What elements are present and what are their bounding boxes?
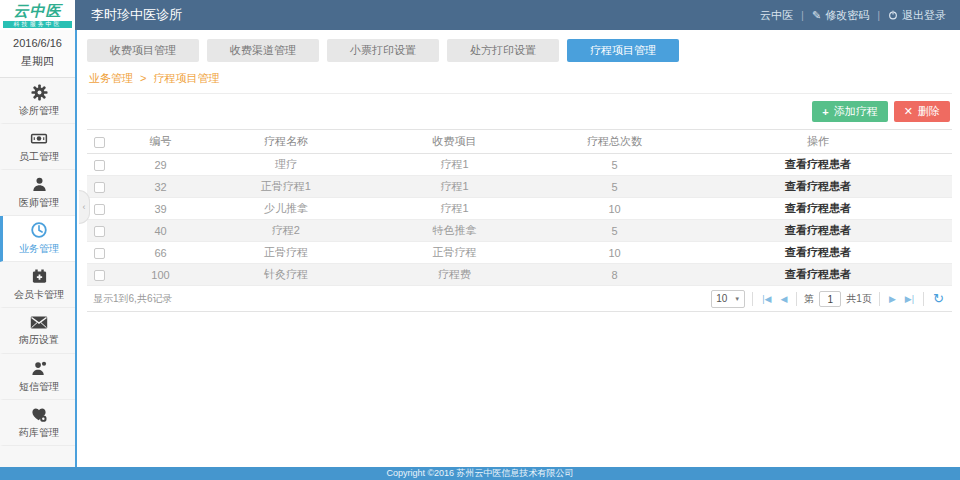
table-row: 32 正骨疗程1 疗程1 5 查看疗程患者: [87, 176, 952, 198]
row-checkbox[interactable]: [94, 160, 105, 171]
next-page-button[interactable]: ▶: [887, 294, 898, 304]
app-window: 云中医 科技服务中医 李时珍中医诊所 云中医 | ✎ 修改密码 | 退出登录 2…: [0, 0, 960, 480]
change-password-link[interactable]: ✎ 修改密码: [812, 8, 869, 23]
sidebar-item-medical-records[interactable]: 病历设置: [0, 308, 75, 354]
sidebar-item-label: 会员卡管理: [14, 288, 64, 302]
table-header-row: 编号 疗程名称 收费项目 疗程总次数 操作: [87, 130, 952, 154]
sidebar-item-label: 病历设置: [19, 333, 59, 347]
row-checkbox[interactable]: [94, 204, 105, 215]
view-patients-link[interactable]: 查看疗程患者: [785, 158, 851, 170]
view-patients-link[interactable]: 查看疗程患者: [785, 268, 851, 280]
pagination-bar: 显示1到6,共6记录 10 ▼ |◀ ◀ 第 1 共1页 ▶ ▶| ↻: [87, 286, 952, 312]
column-header-fee-item: 收费项目: [364, 130, 546, 154]
sidebar-item-label: 药库管理: [19, 426, 59, 440]
cell-course-name: 正骨疗程1: [208, 176, 364, 198]
header-divider: |: [877, 9, 880, 21]
row-checkbox[interactable]: [94, 270, 105, 281]
plus-icon: +: [822, 106, 828, 118]
sidebar-item-label: 员工管理: [19, 150, 59, 164]
cell-total-times: 5: [545, 220, 683, 242]
breadcrumb-parent[interactable]: 业务管理: [89, 72, 133, 84]
sidebar-item-label: 短信管理: [19, 380, 59, 394]
tab-fee-items[interactable]: 收费项目管理: [87, 39, 199, 62]
tab-bar: 收费项目管理 收费渠道管理 小票打印设置 处方打印设置 疗程项目管理: [87, 39, 952, 62]
cell-course-name: 正骨疗程: [208, 242, 364, 264]
course-table-body: 29 理疗 疗程1 5 查看疗程患者 32 正骨疗程1 疗程1 5 查看疗程患者…: [87, 154, 952, 286]
table-row: 100 针灸疗程 疗程费 8 查看疗程患者: [87, 264, 952, 286]
row-checkbox[interactable]: [94, 226, 105, 237]
cell-fee-item: 疗程1: [364, 154, 546, 176]
page-size-select[interactable]: 10 ▼: [711, 290, 745, 308]
page-label-prefix: 第: [804, 292, 814, 306]
pager-divider: [879, 292, 880, 306]
top-header: 云中医 科技服务中医 李时珍中医诊所 云中医 | ✎ 修改密码 | 退出登录: [0, 0, 960, 30]
sidebar-item-staff[interactable]: 员工管理: [0, 124, 75, 170]
pager-divider: [752, 292, 753, 306]
view-patients-link[interactable]: 查看疗程患者: [785, 246, 851, 258]
footer-bar: Copyright ©2016 苏州云中医信息技术有限公司: [0, 467, 960, 480]
tab-receipt-print[interactable]: 小票打印设置: [327, 39, 439, 62]
prev-page-button[interactable]: ◀: [778, 294, 789, 304]
header-user-area: 云中医 | ✎ 修改密码 | 退出登录: [760, 8, 946, 23]
cell-fee-item: 正骨疗程: [364, 242, 546, 264]
last-page-button[interactable]: ▶|: [903, 294, 916, 304]
toolbar: + 添加疗程 ✕ 删除: [87, 94, 952, 129]
row-checkbox[interactable]: [94, 248, 105, 259]
pager-controls: 10 ▼ |◀ ◀ 第 1 共1页 ▶ ▶| ↻: [711, 290, 946, 308]
table-row: 40 疗程2 特色推拿 5 查看疗程患者: [87, 220, 952, 242]
view-patients-link[interactable]: 查看疗程患者: [785, 224, 851, 236]
tab-prescription-print[interactable]: 处方打印设置: [447, 39, 559, 62]
select-all-checkbox[interactable]: [94, 137, 105, 148]
pager-divider: [923, 292, 924, 306]
weekday-text: 星期四: [0, 54, 75, 69]
x-icon: ✕: [904, 105, 913, 118]
sidebar-item-clinic[interactable]: 诊所管理: [0, 78, 75, 124]
sidebar-item-sms[interactable]: 短信管理: [0, 354, 75, 400]
tab-fee-channels[interactable]: 收费渠道管理: [207, 39, 319, 62]
tab-course-items[interactable]: 疗程项目管理: [567, 39, 679, 62]
page-label-suffix: 共1页: [846, 292, 872, 306]
breadcrumb-separator: >: [140, 72, 146, 84]
view-patients-link[interactable]: 查看疗程患者: [785, 202, 851, 214]
header-divider: |: [801, 9, 804, 21]
breadcrumb-current: 疗程项目管理: [154, 72, 220, 84]
cell-fee-item: 疗程1: [364, 198, 546, 220]
person-chat-icon: [30, 360, 48, 377]
cell-total-times: 5: [545, 176, 683, 198]
sidebar-item-doctors[interactable]: 医师管理: [0, 170, 75, 216]
sidebar-item-label: 业务管理: [19, 242, 59, 256]
date-text: 2016/6/16: [0, 37, 75, 49]
cell-id: 100: [113, 264, 208, 286]
sidebar-item-pharmacy[interactable]: 药库管理: [0, 400, 75, 446]
card-plus-icon: [31, 268, 48, 285]
person-icon: [31, 176, 48, 193]
envelope-icon: [30, 315, 48, 330]
sidebar-item-business[interactable]: 业务管理: [0, 216, 75, 262]
cell-total-times: 10: [545, 198, 683, 220]
account-name[interactable]: 云中医: [760, 8, 793, 23]
banknote-icon: [30, 130, 48, 147]
delete-button[interactable]: ✕ 删除: [894, 101, 950, 122]
page-number-input[interactable]: 1: [819, 291, 841, 307]
column-header-total-times: 疗程总次数: [545, 130, 683, 154]
pager-divider: [796, 292, 797, 306]
row-checkbox[interactable]: [94, 182, 105, 193]
cell-course-name: 少儿推拿: [208, 198, 364, 220]
cell-id: 29: [113, 154, 208, 176]
cell-total-times: 8: [545, 264, 683, 286]
add-course-button[interactable]: + 添加疗程: [812, 101, 887, 122]
cell-id: 32: [113, 176, 208, 198]
refresh-icon[interactable]: ↻: [931, 292, 946, 305]
cell-course-name: 疗程2: [208, 220, 364, 242]
cell-id: 40: [113, 220, 208, 242]
cell-id: 66: [113, 242, 208, 264]
view-patients-link[interactable]: 查看疗程患者: [785, 180, 851, 192]
cell-fee-item: 疗程费: [364, 264, 546, 286]
logout-link[interactable]: 退出登录: [888, 8, 946, 23]
caret-down-icon: ▼: [734, 296, 740, 302]
sidebar-item-member-cards[interactable]: 会员卡管理: [0, 262, 75, 308]
first-page-button[interactable]: |◀: [760, 294, 773, 304]
table-row: 39 少儿推拿 疗程1 10 查看疗程患者: [87, 198, 952, 220]
table-row: 29 理疗 疗程1 5 查看疗程患者: [87, 154, 952, 176]
brand-tagline: 科技服务中医: [3, 21, 72, 28]
